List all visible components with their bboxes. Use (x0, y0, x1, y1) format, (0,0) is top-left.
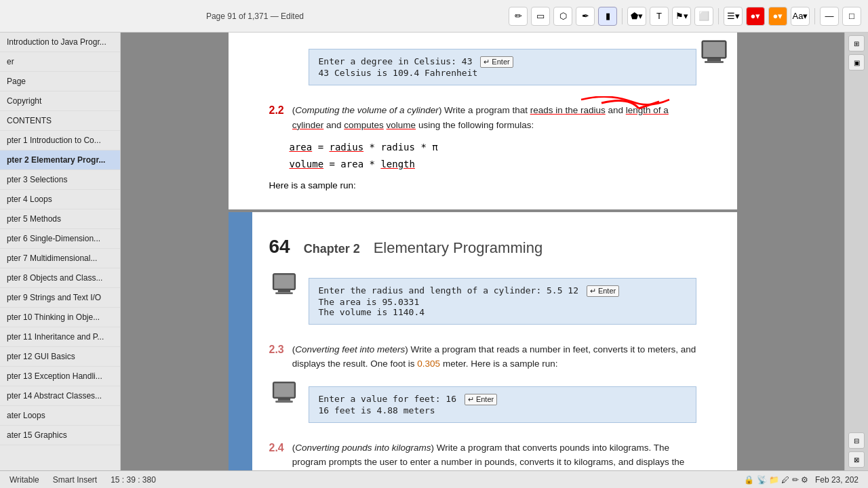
computer-icon-2 (269, 271, 299, 304)
terminal2-line2: The area is 95.0331 (319, 297, 420, 307)
right-btn-1[interactable]: ⊞ (848, 35, 865, 52)
problem23-number: 2.3 (269, 344, 284, 356)
sidebar-item-ch14[interactable]: pter 14 Abstract Classes... (0, 386, 120, 406)
chapter-header: 64 Chapter 2 Elementary Programming (269, 232, 696, 258)
sidebar-item-ch1[interactable]: pter 1 Introduction to Co... (0, 131, 120, 150)
sidebar-item-page[interactable]: Page (0, 72, 120, 92)
crop-tool-btn[interactable]: ⬜ (694, 7, 713, 26)
formula1: area = radius * radius * π (290, 139, 696, 156)
problem22-title: Computing the volume of a cylinder (295, 105, 439, 115)
reads-underline: reads in the radius (530, 105, 606, 115)
svg-rect-2 (707, 58, 721, 61)
text-tool-btn[interactable]: T (650, 7, 669, 26)
sidebar-item-ch7[interactable]: pter 7 Multidimensional... (0, 249, 120, 268)
color-red-btn[interactable]: ●▾ (746, 7, 765, 26)
terminal2-row: Enter the radius and length of a cylinde… (269, 271, 696, 331)
formula-block: area = radius * radius * π volume = area… (290, 139, 696, 173)
status-position: 15 : 39 : 380 (111, 475, 156, 485)
select-lasso-btn[interactable]: ⬡ (553, 7, 572, 26)
sep2 (718, 8, 719, 24)
shape-tool-btn[interactable]: ⬟▾ (627, 7, 646, 26)
highlighter-btn[interactable]: ▮ (598, 7, 617, 26)
sidebar-item-ch2[interactable]: pter 2 Elementary Progr... (0, 150, 120, 170)
terminal23: Enter a value for feet: 16 ↵ Enter 16 fe… (309, 386, 696, 423)
stamp-tool-btn[interactable]: ⚑▾ (672, 7, 691, 26)
page2: 64 Chapter 2 Elementary Programming (229, 212, 737, 470)
chapter-label: Chapter 2 (304, 242, 360, 256)
terminal23-line2: 16 feet is 4.88 meters (319, 405, 435, 415)
sidebar-item-copyright[interactable]: Copyright (0, 92, 120, 111)
problem24-number: 2.4 (269, 442, 284, 454)
sidebar-item-ch8[interactable]: pter 8 Objects and Class... (0, 268, 120, 288)
right-btn-3[interactable]: ⊟ (848, 432, 865, 449)
problem23-title: Converting feet into meters (295, 344, 405, 354)
volume-underline: volume (387, 120, 416, 130)
sidebar-item-ch9[interactable]: pter 9 Strings and Text I/O (0, 288, 120, 308)
page-info: Page 91 of 1,371 — Edited (206, 12, 304, 21)
problem22-number: 2.2 (269, 104, 284, 117)
right-panel: ⊞ ▣ ⊟ ⊠ (844, 33, 868, 470)
status-icons: 🔒 📡 📁 🖊 ✏ ⚙ (744, 475, 808, 485)
color-orange-btn[interactable]: ●▾ (768, 7, 787, 26)
window-min-btn[interactable]: — (820, 7, 839, 26)
select-rect-btn[interactable]: ▭ (531, 7, 550, 26)
sidebar-item-contents[interactable]: CONTENTS (0, 111, 120, 131)
svg-rect-10 (277, 398, 290, 401)
right-btn-4[interactable]: ⊠ (848, 451, 865, 468)
sidebar-item-er[interactable]: er (0, 52, 120, 72)
sidebar-item-ch10[interactable]: pter 10 Thinking in Obje... (0, 308, 120, 327)
chapter-subtitle: Elementary Programming (374, 239, 542, 257)
status-date: Feb 23, 202 (815, 475, 859, 485)
svg-rect-9 (274, 383, 294, 396)
svg-rect-7 (275, 292, 293, 294)
sample-run-label: Here is a sample run: (269, 180, 696, 190)
main-layout: Introduction to Java Progr... er Page Co… (0, 33, 868, 470)
terminal2-line3: The volume is 1140.4 (319, 307, 425, 317)
sidebar-item-ch15-loops[interactable]: ater Loops (0, 406, 120, 426)
terminal2-line1: Enter the radius and length of a cylinde… (319, 285, 620, 296)
page1: Enter a degree in Celsius: 43 ↵ Enter 43… (229, 33, 737, 209)
sidebar-item-ch11[interactable]: pter 11 Inheritance and P... (0, 327, 120, 347)
pages-container[interactable]: Enter a degree in Celsius: 43 ↵ Enter 43… (121, 33, 844, 470)
view-menu-btn[interactable]: ☰▾ (724, 7, 743, 26)
svg-rect-5 (274, 274, 294, 288)
terminal2-col: Enter the radius and length of a cylinde… (309, 271, 696, 331)
sidebar-item-ch6[interactable]: pter 6 Single-Dimension... (0, 229, 120, 249)
problem23-text: (Converting feet into meters) Write a pr… (292, 342, 696, 371)
sidebar-item-ch13[interactable]: pter 13 Exception Handli... (0, 367, 120, 386)
svg-rect-11 (275, 401, 293, 403)
feet-highlight: 0.305 (417, 359, 440, 369)
terminal23-col: Enter a value for feet: 16 ↵ Enter 16 fe… (309, 380, 696, 430)
terminal2: Enter the radius and length of a cylinde… (309, 278, 696, 325)
sidebar-item-ch3[interactable]: pter 3 Selections (0, 170, 120, 190)
enter-tag3: ↵ Enter (465, 394, 497, 405)
sidebar-item-ch15-graphics[interactable]: ater 15 Graphics (0, 426, 120, 445)
problem24-title: Converting pounds into kilograms (295, 443, 431, 453)
sep3 (814, 8, 815, 24)
content-area: Enter a degree in Celsius: 43 ↵ Enter 43… (121, 33, 844, 470)
toolbar: Page 91 of 1,371 — Edited ✏ ▭ ⬡ ✒ ▮ ⬟▾ T… (0, 0, 868, 33)
problem24-text: (Converting pounds into kilograms) Write… (292, 441, 696, 470)
right-btn-2[interactable]: ▣ (848, 54, 865, 70)
computer-icon-3 (269, 380, 299, 412)
problem24: 2.4 (Converting pounds into kilograms) W… (269, 441, 696, 470)
enter-tag2: ↵ Enter (587, 285, 619, 297)
sidebar-item-ch12[interactable]: pter 12 GUI Basics (0, 347, 120, 367)
status-mode: Writable (9, 475, 39, 485)
statusbar-right: 🔒 📡 📁 🖊 ✏ ⚙ Feb 23, 202 (744, 475, 859, 485)
statusbar: Writable Smart Insert 15 : 39 : 380 🔒 📡 … (0, 470, 868, 488)
pen-tool-btn[interactable]: ✒ (576, 7, 595, 26)
annotate-text-btn[interactable]: ✏ (509, 7, 528, 26)
sidebar-item-ch4[interactable]: pter 4 Loops (0, 190, 120, 209)
font-size-btn[interactable]: Aa▾ (791, 7, 810, 26)
sidebar: Introduction to Java Progr... er Page Co… (0, 33, 121, 470)
sidebar-item-intro[interactable]: Introduction to Java Progr... (0, 33, 120, 52)
enter-tag1: ↵ Enter (480, 56, 513, 68)
svg-rect-6 (277, 289, 290, 292)
window-max-btn[interactable]: □ (842, 7, 861, 26)
sidebar-item-ch5[interactable]: pter 5 Methods (0, 209, 120, 229)
terminal1: Enter a degree in Celsius: 43 ↵ Enter 43… (309, 49, 696, 85)
problem22: 2.2 (Computing the volume of a cylinder)… (269, 103, 696, 132)
chapter-num: 64 (269, 236, 290, 258)
computer-icon-top (698, 38, 730, 73)
